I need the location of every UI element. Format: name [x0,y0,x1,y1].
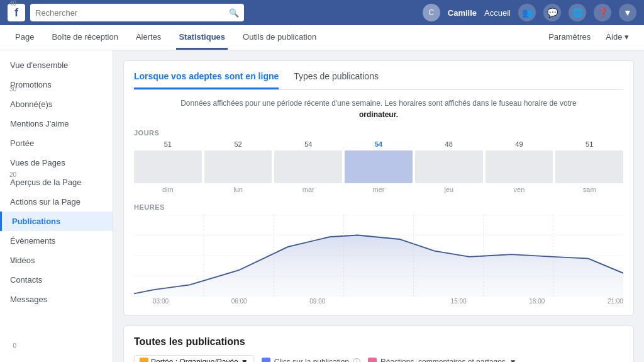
day-bar [555,150,623,183]
tab-pub-types[interactable]: Types de publications [294,71,379,89]
subnav-alerts[interactable]: Alertes [133,25,164,50]
search-bar[interactable]: 🔍 [30,4,244,21]
day-name: mer [373,186,385,193]
portee-dropdown-icon: ▼ [241,358,248,362]
day-number: 54 [304,140,312,148]
day-col: 49ven [486,140,553,193]
avatar: C [423,4,440,21]
day-bar [486,150,553,183]
messages-icon[interactable]: 💬 [543,4,561,21]
heures-label: HEURES [134,203,623,211]
subnav-help[interactable]: Aide ▾ [603,32,631,43]
card-tabs: Lorsque vos adeptes sont en ligne Types … [134,71,623,90]
day-number: 52 [234,140,242,148]
day-col: 51sam [555,140,623,193]
day-bar [204,150,272,183]
filter-row: Portée : Organique/Payée ▼ Clics sur la … [134,355,623,362]
day-name: dim [162,186,174,193]
all-publications-card: Toutes les publications Portée : Organiq… [123,325,634,362]
accueil-link[interactable]: Accueil [484,8,511,18]
username-link[interactable]: Camille [448,8,477,18]
friends-icon[interactable]: 👥 [518,4,536,21]
portee-filter-label: Portée : Organique/Payée [151,358,238,362]
day-bar [345,150,413,183]
subnav-tools[interactable]: Outils de publication [240,25,319,50]
search-input[interactable] [35,8,229,18]
day-col: 54mer [345,140,413,193]
sub-navigation: Page Boîte de réception Alertes Statisti… [0,25,644,50]
portee-filter[interactable]: Portée : Organique/Payée ▼ [134,355,254,362]
globe-icon[interactable]: 🌐 [569,4,586,21]
day-name: lun [233,186,243,193]
day-number: 51 [164,140,172,148]
reactions-dropdown-icon: ▼ [509,358,517,362]
subnav-settings[interactable]: Paramètres [546,32,593,43]
publications-title: Toutes les publications [134,336,623,348]
day-number: 49 [515,140,523,148]
reactions-filter: Réactions, commentaires et partages ▼ [368,358,517,362]
day-number: 51 [586,140,593,148]
nav-right: C Camille Accueil 👥 💬 🌐 ❓ ▼ [423,4,636,21]
clics-color [262,358,270,362]
subnav-statistics[interactable]: Statistiques [176,25,228,50]
top-navigation: f 🔍 C Camille Accueil 👥 💬 🌐 ❓ ▼ [0,0,644,25]
help-icon[interactable]: ❓ [594,4,611,21]
main-content: Lorsque vos adeptes sont en ligne Types … [113,50,644,362]
day-number: 48 [445,140,453,148]
online-fans-card: Lorsque vos adeptes sont en ligne Types … [123,60,634,315]
day-name: sam [583,186,596,193]
info-text: Données affichées pour une période récen… [134,98,623,120]
jours-label: JOURS [134,129,623,137]
info-icon: ⓘ [353,357,360,363]
subnav-right: Paramètres Aide ▾ [546,32,631,43]
day-bar [134,150,202,183]
clics-label: Clics sur la publication [274,358,349,362]
reactions-label: Réactions, commentaires et partages [380,358,506,362]
day-bar [415,150,483,183]
search-icon: 🔍 [229,8,239,18]
day-name: mar [303,186,314,193]
day-number: 54 [375,140,382,148]
clics-filter: Clics sur la publication ⓘ [262,357,360,363]
hours-chart [134,215,623,297]
day-bar [274,150,342,183]
day-col: 51dim [134,140,202,193]
tab-online-fans[interactable]: Lorsque vos adeptes sont en ligne [134,71,279,89]
day-name: ven [514,186,525,193]
day-name: jeu [444,186,453,193]
day-col: 48jeu [415,140,483,193]
subnav-inbox[interactable]: Boîte de réception [49,25,121,50]
reactions-color [368,358,377,362]
x-axis-labels: 03:00 06:00 09:00 15:00 18:00 21:00 [153,298,623,305]
portee-color [140,358,148,362]
day-col: 54mar [274,140,342,193]
day-col: 52lun [204,140,272,193]
main-layout: Vue d'ensemble Promotions Abonné(e)s Men… [0,50,644,362]
chevron-down-icon[interactable]: ▼ [619,4,636,21]
days-chart: 51dim52lun54mar54mer48jeu49ven51sam [134,140,623,193]
